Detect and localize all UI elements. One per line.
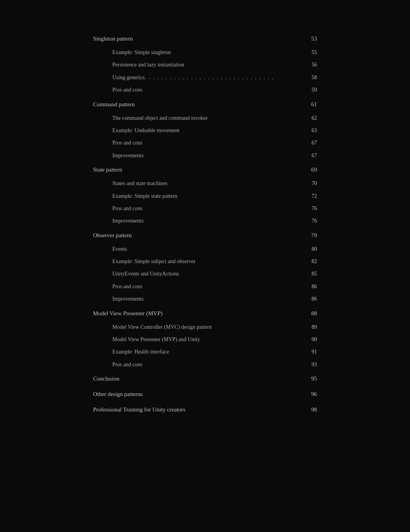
toc-entry-singleton-pattern: Singleton pattern53	[93, 31, 317, 46]
toc-title: The command object and command invoker	[112, 114, 302, 122]
toc-title: Improvements	[112, 217, 302, 225]
toc-page: 98	[305, 405, 317, 414]
toc-container: Singleton pattern53Example: Simple singl…	[85, 15, 325, 433]
toc-title: Professional Training for Unity creators	[93, 405, 302, 414]
toc-entry-using-generics: Using generics . . . . . . . . . . . . .…	[93, 71, 317, 84]
toc-entry-example-health: Example: Health interface91	[93, 346, 317, 358]
toc-page: 53	[305, 34, 317, 43]
toc-page: 70	[305, 179, 317, 188]
toc-title: UnityEvents and UnityActions	[112, 270, 302, 278]
toc-entry-state-pattern: State pattern69	[93, 162, 317, 177]
toc-title: States and state machines	[112, 179, 302, 188]
toc-entry-pros-cons-singleton: Pros and cons59	[93, 84, 317, 96]
toc-title: Pros and cons	[112, 204, 302, 213]
toc-entry-example-simple-state: Example: Simple state pattern72	[93, 190, 317, 202]
toc-entry-events: Events80	[93, 243, 317, 255]
toc-page: 93	[305, 360, 317, 369]
toc-title: Pros and cons	[112, 360, 302, 369]
toc-entry-observer-pattern: Observer pattern79	[93, 228, 317, 243]
toc-page: 61	[305, 100, 317, 109]
toc-title: Model View Presenter (MVP) and Unity	[112, 335, 302, 344]
toc-title: Model View Presenter (MVP)	[93, 309, 302, 318]
toc-entry-persistence-lazy: Persistence and lazy instantiation56	[93, 59, 317, 71]
toc-title: Singleton pattern	[93, 34, 302, 43]
toc-page: 76	[305, 217, 317, 225]
toc-page: 59	[305, 86, 317, 94]
toc-page: 72	[305, 192, 317, 201]
toc-title: Model View Controller (MVC) design patte…	[112, 323, 302, 331]
toc-title: Conclusion	[93, 374, 302, 383]
toc-title: Using generics	[112, 73, 145, 82]
toc-entry-example-simple-singleton: Example: Simple singleton55	[93, 46, 317, 59]
toc-title: Observer pattern	[93, 231, 302, 240]
toc-title: State pattern	[93, 165, 302, 174]
toc-title: Example: Simple singleton	[112, 48, 302, 57]
toc-page: 89	[305, 323, 317, 331]
toc-page: 85	[305, 270, 317, 278]
toc-entry-mvp: Model View Presenter (MVP)88	[93, 306, 317, 321]
toc-title: Improvements	[112, 151, 302, 160]
toc-entry-pros-cons-state: Pros and cons76	[93, 202, 317, 215]
toc-page: 67	[305, 139, 317, 147]
toc-page: 88	[305, 309, 317, 318]
toc-entry-example-undoable: Example: Undoable movement63	[93, 124, 317, 137]
toc-title: Pros and cons	[112, 282, 302, 291]
toc-page: 91	[305, 348, 317, 356]
toc-entry-states-state-machines: States and state machines70	[93, 177, 317, 190]
toc-page: 86	[305, 295, 317, 303]
toc-entry-example-simple-subject: Example: Simple subject and observer82	[93, 255, 317, 268]
toc-title: Example: Health interface	[112, 348, 302, 356]
toc-page: 69	[305, 165, 317, 174]
toc-title: Pros and cons	[112, 86, 302, 94]
toc-page: 55	[305, 48, 317, 57]
toc-page: 76	[305, 204, 317, 213]
toc-entry-pros-cons-command: Pros and cons67	[93, 137, 317, 149]
toc-entry-pros-cons-mvp: Pros and cons93	[93, 359, 317, 371]
toc-page: 58	[305, 73, 317, 82]
toc-entry-command-object-invoker: The command object and command invoker62	[93, 112, 317, 124]
toc-page: 82	[305, 257, 317, 266]
toc-page: 95	[305, 374, 317, 383]
toc-page: 62	[305, 114, 317, 122]
toc-entry-professional-training: Professional Training for Unity creators…	[93, 402, 317, 417]
toc-page: 67	[305, 151, 317, 160]
toc-page: 63	[305, 126, 317, 135]
toc-title: Events	[112, 245, 302, 253]
toc-title: Persistence and lazy instantiation	[112, 61, 302, 69]
toc-page: 79	[305, 231, 317, 240]
toc-entry-mvp-unity: Model View Presenter (MVP) and Unity90	[93, 333, 317, 346]
toc-title: Example: Simple state pattern	[112, 192, 302, 201]
toc-title: Command pattern	[93, 100, 302, 109]
toc-title: Other design patterns	[93, 389, 302, 399]
toc-page: 80	[305, 245, 317, 253]
toc-entry-mvc-design-pattern: Model View Controller (MVC) design patte…	[93, 321, 317, 333]
toc-entry-conclusion: Conclusion95	[93, 371, 317, 386]
toc-title: Pros and cons	[112, 139, 302, 147]
toc-entry-unity-events-actions: UnityEvents and UnityActions85	[93, 268, 317, 280]
toc-entry-other-design-patterns: Other design patterns96	[93, 386, 317, 402]
toc-entry-improvements-command: Improvements67	[93, 150, 317, 162]
toc-entry-improvements-observer: Improvements86	[93, 293, 317, 305]
toc-entry-command-pattern: Command pattern61	[93, 97, 317, 112]
toc-title: Example: Simple subject and observer	[112, 257, 302, 266]
toc-entry-pros-cons-observer: Pros and cons86	[93, 280, 317, 293]
toc-page: 90	[305, 335, 317, 344]
toc-page: 96	[305, 389, 317, 399]
toc-title: Example: Undoable movement	[112, 126, 302, 135]
toc-page: 56	[305, 61, 317, 69]
toc-dots: . . . . . . . . . . . . . . . . . . . . …	[145, 73, 305, 82]
toc-title: Improvements	[112, 295, 302, 303]
toc-entry-improvements-state: Improvements76	[93, 215, 317, 227]
toc-page: 86	[305, 282, 317, 291]
